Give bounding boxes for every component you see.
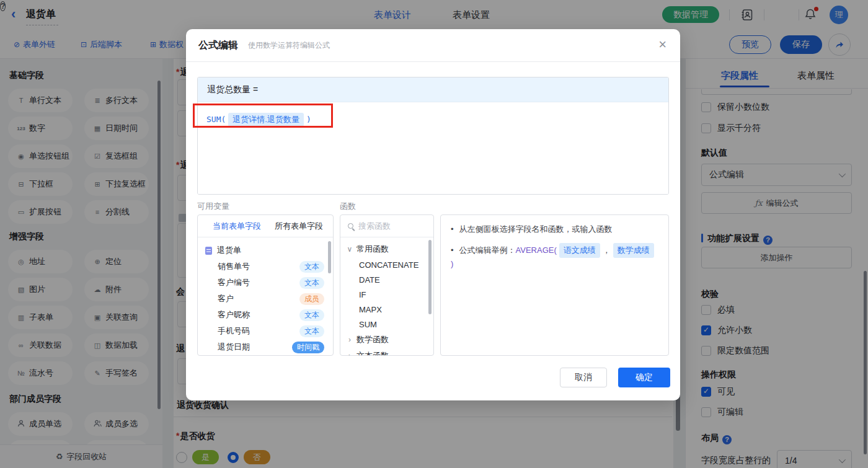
type-badge: 文本	[299, 261, 324, 273]
function-item[interactable]: IF	[340, 287, 433, 302]
type-badge: 文本	[299, 309, 324, 321]
type-badge: 时间戳	[292, 342, 324, 353]
variable-field[interactable]: 退货日期时间戳	[198, 339, 333, 355]
caret-right-icon: ›	[347, 335, 353, 344]
example-function: AVERAGE(	[516, 245, 557, 255]
function-item[interactable]: MAPX	[340, 302, 433, 317]
formula-editor-box: 退货总数量 = SUM(退货详情.退货数量)	[197, 77, 669, 195]
group-common-functions[interactable]: ∨常用函数	[340, 241, 433, 257]
function-item[interactable]: SUM	[340, 317, 433, 332]
formula-function-close: )	[306, 115, 311, 124]
dialog-title: 公式编辑	[198, 39, 238, 52]
formula-function-open: SUM(	[206, 115, 226, 124]
functions-label: 函数	[340, 201, 434, 211]
variable-field[interactable]: 客户昵称文本	[198, 307, 333, 323]
function-item[interactable]: DATE	[340, 272, 433, 287]
variable-field[interactable]: 手机号码文本	[198, 323, 333, 339]
close-icon[interactable]: ×	[656, 37, 669, 53]
variables-label: 可用变量	[197, 201, 334, 211]
functions-panel: ∨常用函数 CONCATENATE DATE IF MAPX SUM ›数学函数…	[340, 214, 434, 356]
group-text-functions[interactable]: ›文本函数	[340, 348, 433, 356]
help-tip-2: •公式编辑举例：AVERAGE(语文成绩，数学成绩)	[451, 243, 658, 270]
group-math-functions[interactable]: ›数学函数	[340, 332, 433, 348]
variables-tabs: 当前表单字段 所有表单字段	[198, 215, 333, 237]
variable-field[interactable]: 客户成员	[198, 291, 333, 307]
tab-current-form-fields[interactable]: 当前表单字段	[213, 221, 261, 232]
form-doc-icon	[205, 247, 212, 255]
formula-input-area[interactable]: SUM(退货详情.退货数量)	[198, 102, 668, 194]
help-panel: •从左侧面板选择字段名和函数，或输入函数 •公式编辑举例：AVERAGE(语文成…	[440, 214, 669, 356]
function-item[interactable]: CONCATENATE	[340, 257, 433, 272]
help-label-spacer	[440, 201, 669, 211]
example-close-paren: )	[451, 259, 453, 268]
variables-column: 可用变量 当前表单字段 所有表单字段 退货单 销售单号文本 客户编号文本 客户成…	[197, 201, 334, 356]
confirm-button[interactable]: 确定	[618, 368, 670, 387]
example-chip-2: 数学成绩	[613, 243, 654, 258]
variables-scrollbar[interactable]	[328, 241, 331, 273]
variable-field[interactable]: 客户编号文本	[198, 275, 333, 291]
dialog-body: 退货总数量 = SUM(退货详情.退货数量) 可用变量 当前表单字段 所有表单字…	[186, 77, 680, 356]
dialog-footer: 取消 确定	[560, 368, 670, 387]
dialog-header: 公式编辑 使用数学运算符编辑公式 ×	[186, 29, 680, 62]
dialog-subtitle: 使用数学运算符编辑公式	[248, 40, 330, 51]
variables-panel: 当前表单字段 所有表单字段 退货单 销售单号文本 客户编号文本 客户成员 客户昵…	[197, 214, 334, 356]
functions-column: 函数 ∨常用函数 CONCATENATE DATE IF MAPX SUM ›数…	[340, 201, 434, 356]
formula-field-chip[interactable]: 退货详情.退货数量	[228, 113, 304, 126]
tab-all-form-fields[interactable]: 所有表单字段	[275, 221, 323, 232]
dialog-columns: 可用变量 当前表单字段 所有表单字段 退货单 销售单号文本 客户编号文本 客户成…	[197, 201, 669, 356]
functions-scrollbar[interactable]	[428, 240, 432, 314]
example-chip-1: 语文成绩	[559, 243, 600, 258]
help-tip-1: •从左侧面板选择字段名和函数，或输入函数	[451, 223, 658, 236]
bullet: •	[451, 224, 454, 234]
formula-target: 退货总数量 =	[198, 77, 668, 102]
formula-editor-dialog: 公式编辑 使用数学运算符编辑公式 × 退货总数量 = SUM(退货详情.退货数量…	[186, 29, 680, 400]
variables-tree: 退货单 销售单号文本 客户编号文本 客户成员 客户昵称文本 手机号码文本 退货日…	[198, 237, 333, 355]
help-column: •从左侧面板选择字段名和函数，或输入函数 •公式编辑举例：AVERAGE(语文成…	[440, 201, 669, 356]
tree-root-form[interactable]: 退货单	[198, 242, 333, 258]
caret-right-icon: ›	[347, 351, 353, 356]
cancel-button[interactable]: 取消	[560, 368, 607, 387]
function-search-row	[340, 215, 433, 237]
caret-down-icon: ∨	[347, 245, 353, 254]
search-icon	[348, 223, 353, 229]
variable-field[interactable]: 销售单号文本	[198, 258, 333, 275]
type-badge: 文本	[299, 277, 324, 289]
type-badge: 成员	[299, 293, 324, 305]
function-search-input[interactable]	[358, 221, 420, 231]
bullet: •	[451, 245, 454, 255]
type-badge: 文本	[299, 325, 324, 337]
